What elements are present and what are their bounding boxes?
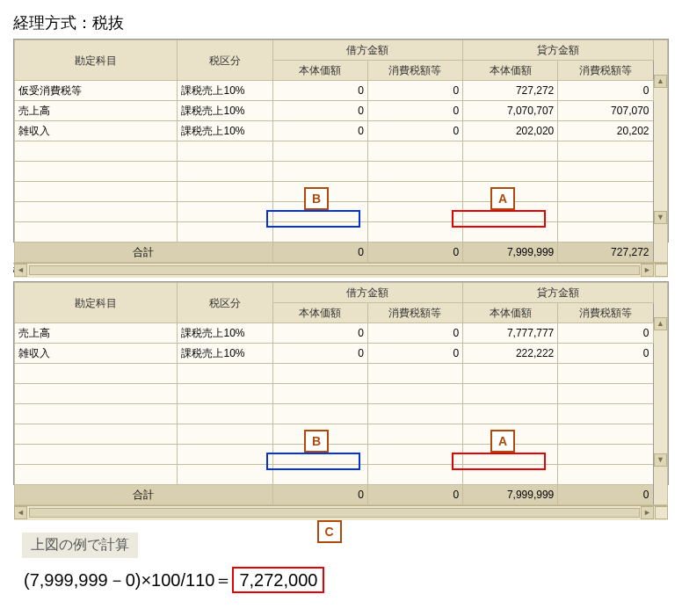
cell-ct: 707,070 <box>558 101 653 121</box>
total-ct: 0 <box>558 485 653 505</box>
v-scroll-track[interactable]: ▲ ▼ <box>654 75 667 224</box>
scroll-left-icon[interactable]: ◄ <box>14 506 27 519</box>
calc-line: (7,999,999－0)×100/110＝7,272,000 <box>24 567 669 593</box>
calc-title: 上図の例で計算 <box>22 533 138 558</box>
scroll-right-icon[interactable]: ► <box>641 264 654 277</box>
table-row <box>15 364 668 384</box>
cell-taxcat: 課税売上10% <box>178 323 272 344</box>
th-cr-base: 本体価額 <box>463 303 558 323</box>
th-credit: 貸方金額 <box>463 40 653 61</box>
h-scroll[interactable]: ◄ ► <box>14 263 668 278</box>
table-row <box>15 141 668 162</box>
scroll-down-icon[interactable]: ▼ <box>654 211 667 224</box>
cell-ct: 20,202 <box>558 121 653 141</box>
cell-account: 売上高 <box>15 101 178 121</box>
scroll-down-icon[interactable]: ▼ <box>654 453 667 467</box>
v-scroll-track[interactable]: ▲ ▼ <box>654 317 667 467</box>
h-scroll[interactable]: ◄ ► <box>14 505 668 520</box>
callout-a: A <box>490 430 515 453</box>
total-db: 0 <box>272 485 367 505</box>
table-row <box>15 424 668 445</box>
cell-cb: 727,272 <box>463 81 558 101</box>
scroll-right-icon[interactable]: ► <box>641 506 654 519</box>
total-cb: 7,999,999 <box>463 243 558 263</box>
cell-db: 0 <box>272 81 367 101</box>
th-taxcat: 税区分 <box>178 283 272 323</box>
th-cr-base: 本体価額 <box>463 61 558 81</box>
table-row <box>15 202 668 222</box>
table-row: 売上高 課税売上10% 0 0 7,777,777 0 <box>15 323 668 344</box>
th-taxcat: 税区分 <box>178 40 272 81</box>
total-ct: 727,272 <box>558 243 653 263</box>
cell-account: 雑収入 <box>15 344 178 364</box>
th-cr-tax: 消費税額等 <box>558 303 653 323</box>
cell-cb: 7,777,777 <box>463 323 558 344</box>
cell-taxcat: 課税売上10% <box>178 344 272 364</box>
cell-taxcat: 課税売上10% <box>178 81 272 101</box>
scroll-up-icon[interactable]: ▲ <box>654 75 667 88</box>
th-db-tax: 消費税額等 <box>367 303 462 323</box>
th-account: 勘定科目 <box>15 40 178 81</box>
cell-db: 0 <box>272 323 367 344</box>
scroll-thumb[interactable] <box>29 265 640 275</box>
cell-ct: 0 <box>558 323 653 344</box>
cell-cb: 7,070,707 <box>463 101 558 121</box>
table-row <box>15 404 668 424</box>
table1: 勘定科目 税区分 借方金額 貸方金額 本体価額 消費税額等 本体価額 消費税額等… <box>14 40 668 263</box>
callout-c: C <box>317 520 342 543</box>
total-dt: 0 <box>367 485 462 505</box>
section1-title: 経理方式：税抜 <box>13 12 669 33</box>
cell-dt: 0 <box>367 101 462 121</box>
table-row <box>15 384 668 404</box>
table1-wrap: 勘定科目 税区分 借方金額 貸方金額 本体価額 消費税額等 本体価額 消費税額等… <box>13 39 669 243</box>
scroll-corner <box>655 506 668 519</box>
table-row <box>15 222 668 243</box>
th-db-base: 本体価額 <box>272 61 367 81</box>
cell-account: 仮受消費税等 <box>15 81 178 101</box>
table-row <box>15 162 668 182</box>
th-db-tax: 消費税額等 <box>367 61 462 81</box>
total-row: 合計 0 0 7,999,999 0 <box>15 485 668 505</box>
th-debit: 借方金額 <box>272 40 462 61</box>
callout-b: B <box>304 430 329 453</box>
scroll-corner <box>655 264 668 277</box>
scroll-up-icon[interactable]: ▲ <box>654 317 667 330</box>
callout-a: A <box>490 187 515 210</box>
calc-lhs: (7,999,999－0)×100/110＝ <box>24 570 232 590</box>
total-cb: 7,999,999 <box>463 485 558 505</box>
th-debit: 借方金額 <box>272 283 462 303</box>
table2: 勘定科目 税区分 借方金額 貸方金額 本体価額 消費税額等 本体価額 消費税額等… <box>14 282 668 505</box>
th-account: 勘定科目 <box>15 283 178 323</box>
cell-cb: 202,020 <box>463 121 558 141</box>
calc-result: 7,272,000 <box>232 567 324 593</box>
total-dt: 0 <box>367 243 462 263</box>
cell-account: 売上高 <box>15 323 178 344</box>
cell-db: 0 <box>272 121 367 141</box>
cell-dt: 0 <box>367 121 462 141</box>
table-row: 雑収入 課税売上10% 0 0 202,020 20,202 <box>15 121 668 141</box>
table-row <box>15 182 668 202</box>
total-db: 0 <box>272 243 367 263</box>
cell-ct: 0 <box>558 81 653 101</box>
callout-b: B <box>304 187 329 210</box>
table-row: 仮受消費税等 課税売上10% 0 0 727,272 0 <box>15 81 668 101</box>
table2-wrap: 勘定科目 税区分 借方金額 貸方金額 本体価額 消費税額等 本体価額 消費税額等… <box>13 281 669 485</box>
scroll-left-icon[interactable]: ◄ <box>14 264 27 277</box>
cell-db: 0 <box>272 344 367 364</box>
table-row: 雑収入 課税売上10% 0 0 222,222 0 <box>15 344 668 364</box>
cell-db: 0 <box>272 101 367 121</box>
total-row: 合計 0 0 7,999,999 727,272 <box>15 243 668 263</box>
scroll-thumb[interactable] <box>29 508 640 518</box>
table-row <box>15 465 668 485</box>
cell-taxcat: 課税売上10% <box>178 101 272 121</box>
th-db-base: 本体価額 <box>272 303 367 323</box>
total-label: 合計 <box>15 243 273 263</box>
total-label: 合計 <box>15 485 273 505</box>
cell-cb: 222,222 <box>463 344 558 364</box>
cell-taxcat: 課税売上10% <box>178 121 272 141</box>
cell-dt: 0 <box>367 323 462 344</box>
table-row <box>15 445 668 465</box>
cell-dt: 0 <box>367 344 462 364</box>
cell-ct: 0 <box>558 344 653 364</box>
cell-dt: 0 <box>367 81 462 101</box>
